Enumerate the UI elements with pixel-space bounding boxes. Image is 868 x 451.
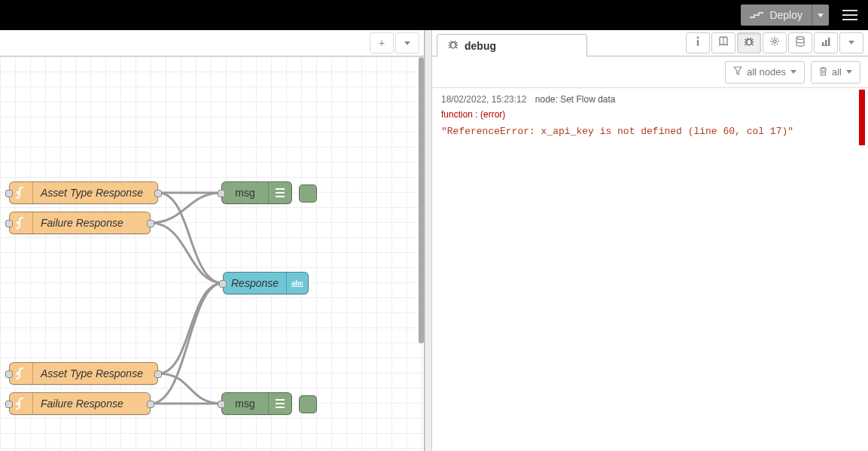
input-port[interactable] — [5, 220, 13, 227]
svg-rect-3 — [276, 192, 285, 194]
debug-toggle-button[interactable] — [299, 395, 317, 413]
input-port[interactable] — [5, 370, 13, 378]
sidebar-dashboard-button[interactable] — [814, 32, 838, 53]
svg-point-12 — [747, 39, 751, 45]
sidebar-tabs: debug — [432, 30, 868, 56]
node-http-response[interactable]: Response abc — [223, 272, 309, 294]
svg-rect-2 — [276, 188, 285, 190]
node-label: Failure Response — [33, 398, 150, 410]
bug-icon — [448, 39, 458, 52]
svg-rect-4 — [276, 196, 285, 197]
svg-rect-24 — [825, 40, 827, 45]
deploy-icon — [750, 11, 763, 20]
sidebar-tools — [686, 29, 863, 56]
node-debug-1[interactable]: msg — [221, 181, 292, 204]
svg-point-0 — [750, 17, 751, 19]
svg-line-18 — [772, 38, 772, 39]
input-port[interactable] — [218, 190, 225, 197]
debug-message-meta: 18/02/2022, 15:23:12 node: Set Flow data — [441, 93, 853, 106]
output-port[interactable] — [147, 401, 154, 408]
svg-point-13 — [773, 40, 776, 43]
node-label: Failure Response — [33, 217, 150, 229]
debug-toggle-button[interactable] — [299, 184, 317, 203]
function-icon — [10, 182, 33, 203]
input-port[interactable] — [219, 280, 227, 288]
svg-line-20 — [772, 44, 772, 44]
chevron-down-icon — [790, 70, 796, 74]
canvas-scrollbar[interactable] — [419, 57, 424, 343]
input-port[interactable] — [5, 190, 13, 197]
node-debug-2[interactable]: msg — [221, 392, 292, 415]
node-function-failure-response-1[interactable]: Failure Response — [9, 212, 151, 234]
book-icon — [718, 36, 729, 49]
svg-rect-5 — [276, 399, 285, 401]
svg-rect-23 — [822, 42, 824, 45]
sidebar-more-button[interactable] — [839, 32, 863, 53]
debug-source: function : (error) — [441, 108, 853, 121]
debug-messages[interactable]: 18/02/2022, 15:23:12 node: Set Flow data… — [432, 88, 868, 451]
chart-icon — [821, 36, 831, 49]
gear-icon — [769, 36, 780, 49]
debug-list-icon — [268, 182, 291, 203]
sidebar-help-button[interactable] — [711, 32, 736, 53]
debug-clear-button[interactable]: all — [811, 61, 860, 84]
hamburger-icon — [842, 14, 857, 16]
output-port[interactable] — [154, 370, 162, 378]
node-label: msg — [222, 187, 268, 199]
svg-rect-25 — [828, 38, 830, 45]
input-port[interactable] — [5, 401, 13, 408]
bug-icon — [744, 36, 754, 49]
output-port[interactable] — [154, 190, 162, 197]
deploy-label: Deploy — [769, 9, 803, 21]
function-icon — [10, 393, 33, 414]
debug-message[interactable]: 18/02/2022, 15:23:12 node: Set Flow data… — [435, 90, 865, 145]
svg-rect-10 — [697, 40, 699, 46]
node-label: Response — [224, 277, 286, 289]
node-label: msg — [222, 398, 268, 410]
node-label: Asset Type Response — [33, 187, 157, 199]
svg-point-8 — [451, 42, 455, 48]
node-function-asset-type-response-2[interactable]: Asset Type Response — [9, 362, 158, 385]
node-label: Asset Type Response — [33, 367, 157, 379]
function-icon — [10, 363, 33, 384]
chevron-down-icon — [848, 41, 854, 44]
deploy-caret[interactable] — [812, 5, 829, 26]
svg-point-9 — [697, 37, 699, 39]
sidebar-debug-button[interactable] — [737, 32, 761, 53]
sidebar: debug — [432, 30, 868, 451]
app-header: Deploy — [0, 0, 868, 30]
flow-canvas[interactable]: Asset Type Response Failure Response msg — [0, 56, 424, 451]
debug-payload: "ReferenceError: x_api_key is not define… — [441, 124, 853, 139]
chevron-down-icon — [818, 14, 824, 17]
input-port[interactable] — [218, 401, 225, 408]
tab-label: debug — [464, 40, 496, 52]
function-icon — [10, 212, 33, 233]
sidebar-info-button[interactable] — [686, 32, 710, 53]
debug-node-label: node: Set Flow data — [535, 94, 616, 105]
plus-icon: + — [379, 37, 385, 49]
debug-filter-bar: all nodes all — [432, 56, 868, 88]
node-function-failure-response-2[interactable]: Failure Response — [9, 392, 151, 415]
svg-rect-7 — [276, 407, 285, 408]
sidebar-config-button[interactable] — [763, 32, 787, 53]
main-menu-button[interactable] — [839, 5, 860, 26]
deploy-button[interactable]: Deploy — [741, 5, 829, 26]
svg-point-1 — [763, 12, 764, 14]
output-port[interactable] — [147, 220, 154, 227]
debug-filter-button[interactable]: all nodes — [725, 61, 805, 84]
svg-line-19 — [777, 44, 778, 44]
debug-timestamp: 18/02/2022, 15:23:12 — [441, 94, 526, 105]
flow-workspace: + — [0, 30, 425, 451]
svg-rect-6 — [276, 403, 285, 404]
filter-label: all nodes — [747, 66, 786, 78]
abc-icon: abc — [286, 273, 308, 294]
pane-resize-handle[interactable] — [425, 30, 432, 451]
chevron-down-icon — [846, 70, 852, 74]
flow-tabbar: + — [0, 30, 424, 56]
info-icon — [693, 36, 702, 49]
flow-list-button[interactable] — [395, 32, 419, 53]
tab-debug[interactable]: debug — [437, 34, 587, 56]
node-function-asset-type-response-1[interactable]: Asset Type Response — [9, 181, 158, 204]
add-flow-button[interactable]: + — [370, 32, 394, 53]
sidebar-context-button[interactable] — [788, 32, 812, 53]
